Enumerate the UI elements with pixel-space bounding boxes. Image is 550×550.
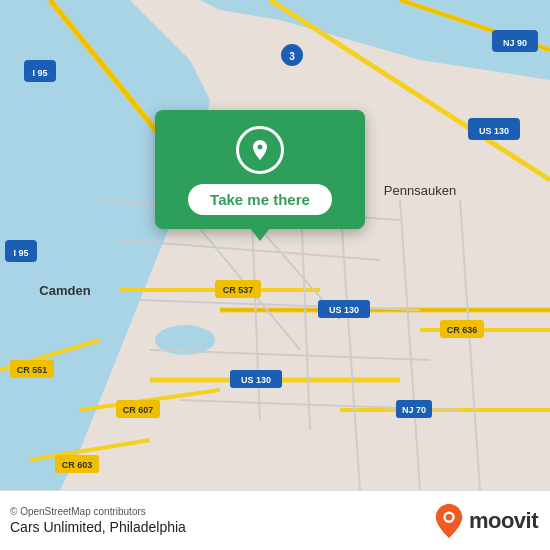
svg-text:I 95: I 95: [32, 68, 47, 78]
svg-text:NJ 90: NJ 90: [503, 38, 527, 48]
osm-credit: © OpenStreetMap contributors: [10, 506, 186, 517]
svg-text:CR 537: CR 537: [223, 285, 254, 295]
svg-text:US 130: US 130: [241, 375, 271, 385]
map-container: I 95 I 95 NJ 90 3 US 130 CR 537 US 130 U…: [0, 0, 550, 490]
svg-text:CR 636: CR 636: [447, 325, 478, 335]
svg-point-33: [446, 513, 453, 520]
location-icon-wrap: [236, 126, 284, 174]
moovit-text: moovit: [469, 508, 538, 534]
svg-text:3: 3: [289, 51, 295, 62]
svg-text:US 130: US 130: [329, 305, 359, 315]
svg-text:NJ 70: NJ 70: [402, 405, 426, 415]
moovit-logo[interactable]: moovit: [435, 504, 538, 538]
map-background: I 95 I 95 NJ 90 3 US 130 CR 537 US 130 U…: [0, 0, 550, 490]
location-pin-icon: [248, 138, 272, 162]
location-name: Cars Unlimited, Philadelphia: [10, 519, 186, 535]
bottom-left-info: © OpenStreetMap contributors Cars Unlimi…: [10, 506, 186, 535]
take-me-there-button[interactable]: Take me there: [188, 184, 332, 215]
svg-text:CR 551: CR 551: [17, 365, 48, 375]
moovit-pin-icon: [435, 504, 463, 538]
svg-text:CR 603: CR 603: [62, 460, 93, 470]
popup-card: Take me there: [155, 110, 365, 229]
bottom-bar: © OpenStreetMap contributors Cars Unlimi…: [0, 490, 550, 550]
svg-text:Pennsauken: Pennsauken: [384, 183, 456, 198]
svg-text:I 95: I 95: [13, 248, 28, 258]
svg-text:CR 607: CR 607: [123, 405, 154, 415]
svg-text:Camden: Camden: [39, 283, 90, 298]
svg-text:US 130: US 130: [479, 126, 509, 136]
